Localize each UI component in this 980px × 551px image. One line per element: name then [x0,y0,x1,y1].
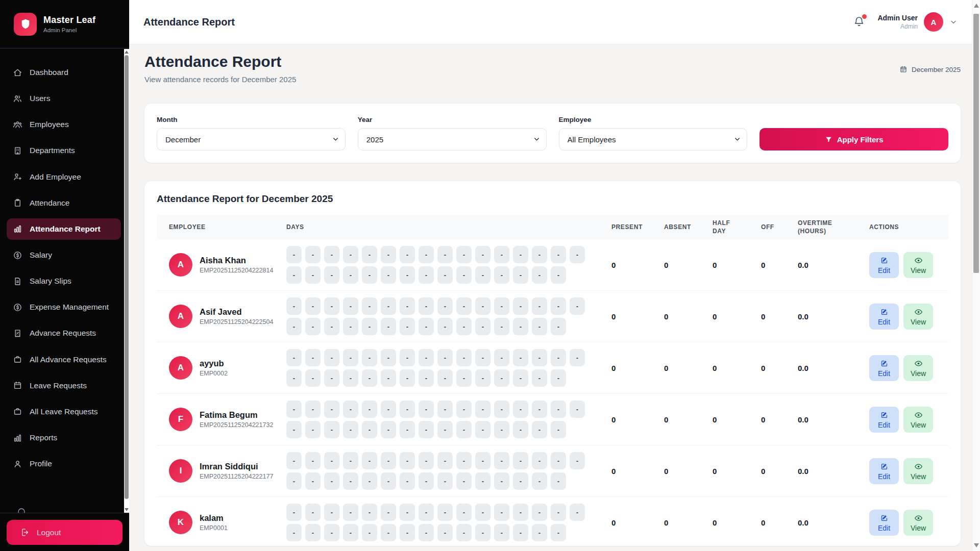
view-button[interactable]: View [903,355,933,381]
day-cell: - [362,452,377,469]
day-cell: - [532,246,547,263]
brand: Master Leaf Admin Panel [0,0,129,48]
sidebar-scrollbar[interactable] [124,49,129,513]
view-button[interactable]: View [903,458,933,484]
day-cell: - [343,246,358,263]
eye-icon [914,462,923,471]
employee-name: Fatima Begum [200,410,273,420]
day-cell: - [343,297,358,315]
calendar-icon [899,65,908,73]
edit-button[interactable]: Edit [869,407,899,433]
sidebar-item-departments[interactable]: Departments [7,140,121,161]
overtime-hours: 0.0 [798,518,869,527]
sidebar-item-advance-requests[interactable]: Advance Requests [7,322,121,344]
edit-button[interactable]: Edit [869,355,899,381]
col-days: DAYS [286,223,611,231]
employee-id: EMP20251125204222814 [200,267,273,274]
day-cell: - [475,246,491,263]
day-cell: - [400,246,415,263]
sidebar-item-employees[interactable]: Employees [7,114,121,135]
page-content: Attendance Report View attendance record… [129,44,980,551]
apply-filters-button[interactable]: Apply Filters [760,128,948,151]
sidebar-item-profile[interactable]: Profile [7,453,121,474]
sidebar-item-dashboard[interactable]: Dashboard [7,62,121,83]
sidebar-item-attendance-report[interactable]: Attendance Report [7,218,121,240]
employee-name: kalam [200,513,228,523]
edit-button[interactable]: Edit [869,458,899,484]
chevron-down-icon[interactable] [949,18,958,26]
view-button[interactable]: View [903,407,933,433]
scroll-up-arrow[interactable] [974,4,979,8]
user-menu[interactable]: Admin User Admin A [877,12,958,32]
day-cell: - [286,452,302,469]
view-button[interactable]: View [903,252,933,278]
day-cells: ------------------------------- [286,400,585,438]
day-cell: - [400,349,415,366]
day-cell: - [362,524,377,541]
day-cell: - [513,318,528,335]
day-cells: ------------------------------- [286,297,585,335]
day-cell: - [437,421,453,438]
scroll-down-arrow[interactable] [125,508,129,511]
sidebar-item-all-leave-requests[interactable]: All Leave Requests [7,401,121,422]
users-icon [13,94,22,104]
sidebar-item-expense-management[interactable]: Expense Management [7,296,121,318]
off-count: 0 [761,261,798,269]
edit-pencil-icon [880,514,889,522]
day-cell: - [381,452,396,469]
day-cell: - [324,349,339,366]
logout-button[interactable]: Logout [7,520,122,545]
sidebar-item-attendance[interactable]: Attendance [7,192,121,214]
year-select[interactable]: 2025 [358,128,547,151]
employee-name: Imran Siddiqui [200,462,273,471]
day-cell: - [419,266,434,284]
table-row: A Asif Javed EMP20251125204222504 ------… [157,291,948,342]
day-cell: - [286,349,302,366]
absent-count: 0 [664,312,713,321]
day-cell: - [513,400,528,418]
day-cell: - [456,266,472,284]
day-cell: - [532,452,547,469]
edit-button[interactable]: Edit [869,510,899,536]
day-cell: - [286,369,302,387]
scroll-up-arrow[interactable] [125,51,129,54]
employee-select[interactable]: All Employees [559,128,748,151]
day-cell: - [305,504,321,521]
day-cell: - [381,246,396,263]
day-cell: - [381,266,396,284]
day-cell: - [551,400,566,418]
page-scrollbar[interactable] [972,0,980,551]
day-cell: - [513,266,528,284]
app-window: Master Leaf Admin Panel Dashboard Users … [0,0,980,551]
header-title: Attendance Report [143,16,235,28]
sidebar-item-leave-requests[interactable]: Leave Requests [7,375,121,396]
day-cell: - [343,318,358,335]
avatar[interactable]: A [924,12,943,32]
avatar: K [169,511,192,534]
edit-button[interactable]: Edit [869,252,899,278]
view-button[interactable]: View [903,510,933,536]
day-cell: - [400,266,415,284]
day-cell: - [513,504,528,521]
day-cell: - [305,400,321,418]
view-button[interactable]: View [903,304,933,330]
shield-leaf-icon [14,13,37,36]
sidebar-item-all-advance-requests[interactable]: All Advance Requests [7,349,121,370]
main-area: Attendance Report Admin User Admin A [129,0,980,551]
sidebar-item-salary-slips[interactable]: Salary Slips [7,270,121,292]
sidebar-item-add-employee[interactable]: Add Employee [7,166,121,188]
sidebar-item-reports[interactable]: Reports [7,427,121,448]
edit-button[interactable]: Edit [869,304,899,330]
page-scrollbar-thumb[interactable] [973,14,979,273]
sidebar-scrollbar-thumb[interactable] [125,55,129,499]
scroll-down-arrow[interactable] [974,543,979,547]
sidebar-item-salary[interactable]: Salary [7,244,121,266]
report-card: Attendance Report for December 2025 EMPL… [144,181,961,546]
day-cell: - [551,349,566,366]
overtime-hours: 0.0 [798,415,869,424]
month-select[interactable]: December [157,128,346,151]
day-cell: - [437,452,453,469]
table-row: I Imran Siddiqui EMP20251125204222177 --… [157,445,948,497]
sidebar-item-users[interactable]: Users [7,88,121,109]
bell-icon[interactable] [853,15,866,29]
